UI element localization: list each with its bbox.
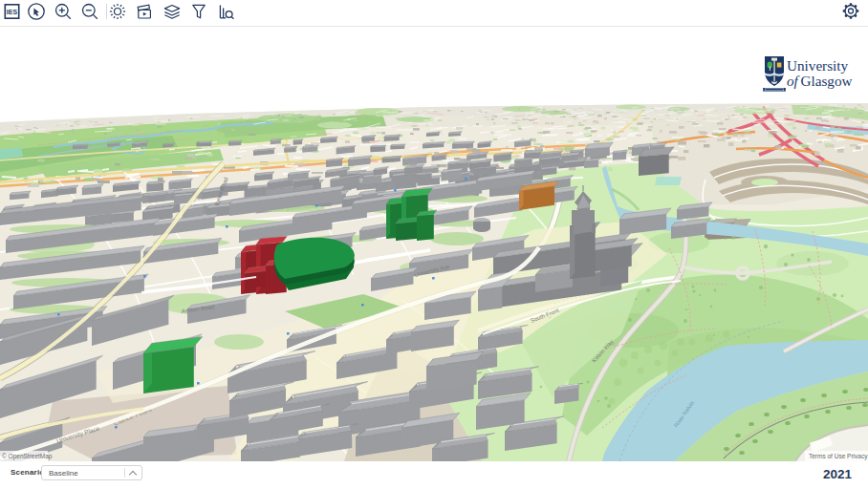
svg-text:© OpenStreetMap: © OpenStreetMap [2,453,53,460]
svg-text:Terms of Use Privacy: Terms of Use Privacy [809,453,868,460]
svg-text:University: University [787,57,849,74]
svg-text:IES: IES [7,9,18,15]
svg-text:Glasgow: Glasgow [801,73,853,89]
svg-text:of: of [787,73,800,89]
